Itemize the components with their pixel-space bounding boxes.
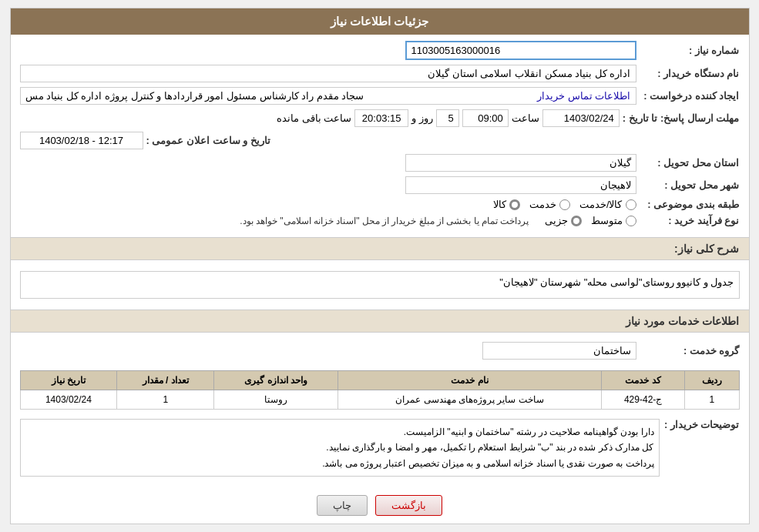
back-button[interactable]: بازگشت [375,495,442,516]
radio-motavaset [626,216,636,226]
description-section: جدول و کانیوو روستای"لواسی محله" شهرستان… [11,265,749,309]
category-option-kala: کالا [493,199,520,210]
services-table: ردیف کد خدمت نام خدمت واحد اندازه گیری ت… [20,370,740,410]
radio-jozi [571,216,582,226]
service-group-row: گروه خدمت : ساختمان [11,337,749,364]
radio-kala-khedmat [626,199,636,210]
deadline-remaining: 20:03:15 [354,109,408,127]
radio-kala [509,199,520,210]
org-name-label: نام دستگاه خریدار : [640,68,740,79]
category-label-kala: کالا [493,199,506,210]
province-row: استان محل تحویل : گیلان [20,154,740,172]
creator-value: اطلاعات تماس خریدار سجاد مقدم راد کارشنا… [20,87,636,105]
category-label-kala-khedmat: کالا/خدمت [579,199,623,210]
cell-unit: روستا [214,390,338,410]
process-options: متوسط جزیی [545,215,636,226]
deadline-days: 5 [436,109,459,127]
announcement-value: 1403/02/18 - 12:17 [20,132,143,149]
process-option-jozi: جزیی [545,215,582,226]
city-row: شهر محل تحویل : لاهیجان [20,176,740,194]
process-label-jozi: جزیی [545,215,568,226]
service-group-value: ساختمان [482,342,636,360]
notes-line: کل مدارک ذکر شده در بند "ب" شرایط استعلا… [25,440,654,455]
creator-link[interactable]: اطلاعات تماس خریدار [537,90,630,102]
description-value: جدول و کانیوو روستای"لواسی محله" شهرستان… [20,271,740,299]
announcement-label: تاریخ و ساعت اعلان عمومی : [146,135,270,146]
col-service-name: نام خدمت [338,371,602,390]
category-option-khedmat: خدمت [529,199,570,210]
notes-row: توضیحات خریدار : دارا بودن گواهینامه صلا… [20,419,740,477]
category-label: طبقه بندی موضوعی : [640,199,740,210]
process-label: نوع فرآیند خرید : [640,215,740,226]
table-row: 1 ج-42-429 ساخت سایر پروژه‌های مهندسی عم… [20,390,739,410]
services-section-title: اطلاعات خدمات مورد نیاز [11,309,749,333]
deadline-time: 09:00 [462,109,509,127]
need-number-label: شماره نیاز : [640,45,740,56]
creator-text: سجاد مقدم راد کارشناس مسئول امور قرارداد… [25,90,364,102]
col-unit: واحد اندازه گیری [214,371,338,390]
creator-label: ایجاد کننده درخواست : [640,90,740,102]
deadline-row: مهلت ارسال پاسخ: تا تاریخ : 1403/02/24 س… [20,109,740,127]
cell-quantity: 1 [117,390,214,410]
city-label: شهر محل تحویل : [640,179,740,191]
col-quantity: تعداد / مقدار [117,371,214,390]
process-note: پرداخت تمام یا بخشی از مبلغ خریدار از مح… [240,216,529,226]
description-row: جدول و کانیوو روستای"لواسی محله" شهرستان… [20,271,740,299]
process-label-motavaset: متوسط [591,215,623,226]
deadline-remaining-label: ساعت باقی مانده [277,112,351,124]
deadline-days-label: روز و [411,112,433,124]
main-section: شماره نیاز : 1103005163000016 نام دستگاه… [11,35,749,237]
notes-label: توضیحات خریدار : [663,419,740,430]
category-label-khedmat: خدمت [529,199,556,210]
deadline-time-label: ساعت [512,112,539,124]
service-group-label: گروه خدمت : [640,345,740,356]
need-number-row: شماره نیاز : 1103005163000016 [20,41,740,60]
notes-section: توضیحات خریدار : دارا بودن گواهینامه صلا… [11,416,749,487]
page-header: جزئیات اطلاعات نیاز [11,8,749,35]
province-label: استان محل تحویل : [640,157,740,169]
deadline-date: 1403/02/24 [542,109,620,127]
notes-content: دارا بودن گواهینامه صلاحیت در رشته "ساخت… [20,419,660,477]
process-row: نوع فرآیند خرید : متوسط جزیی پرداخت تمام… [20,215,740,226]
deadline-label: مهلت ارسال پاسخ: تا تاریخ : [623,112,740,124]
cell-service-name: ساخت سایر پروژه‌های مهندسی عمران [338,390,602,410]
table-header-row: ردیف کد خدمت نام خدمت واحد اندازه گیری ت… [20,371,739,390]
category-options: کالا/خدمت خدمت کالا [493,199,636,210]
notes-line: دارا بودن گواهینامه صلاحیت در رشته "ساخت… [25,424,654,440]
col-service-code: کد خدمت [601,371,684,390]
cell-row-num: 1 [685,390,739,410]
city-value: لاهیجان [405,176,636,194]
notes-line: پرداخت به صورت نقدی یا اسناد خزانه اسلام… [25,456,654,471]
org-name-value: اداره کل بنیاد مسکن انقلاب اسلامی استان … [20,65,636,82]
buttons-row: بازگشت چاپ [11,487,749,524]
announcement-row: تاریخ و ساعت اعلان عمومی : 1403/02/18 - … [20,132,740,149]
description-section-title: شرح کلی نیاز: [11,237,749,260]
cell-date: 1403/02/24 [20,390,117,410]
creator-row: ایجاد کننده درخواست : اطلاعات تماس خریدا… [20,87,740,105]
process-option-motavaset: متوسط [591,215,636,226]
cell-service-code: ج-42-429 [601,390,684,410]
header-title: جزئیات اطلاعات نیاز [331,15,428,28]
radio-khedmat [559,199,570,210]
province-value: گیلان [405,154,636,172]
org-name-row: نام دستگاه خریدار : اداره کل بنیاد مسکن … [20,65,740,82]
category-option-kala-khedmat: کالا/خدمت [579,199,636,210]
main-container: جزئیات اطلاعات نیاز شماره نیاز : 1103005… [10,8,750,524]
category-row: طبقه بندی موضوعی : کالا/خدمت خدمت کالا [20,199,740,210]
services-table-section: ردیف کد خدمت نام خدمت واحد اندازه گیری ت… [11,364,749,416]
col-row-num: ردیف [685,371,739,390]
print-button[interactable]: چاپ [317,495,368,516]
need-number-value: 1103005163000016 [405,41,636,60]
col-date: تاریخ نیاز [20,371,117,390]
